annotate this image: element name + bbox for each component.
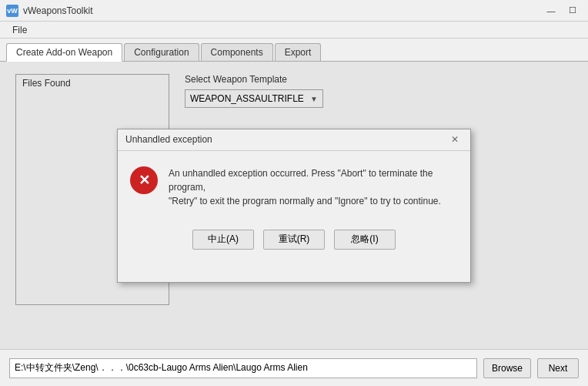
error-icon: ✕ <box>130 166 158 194</box>
tab-export[interactable]: Export <box>275 43 322 61</box>
dialog-message-line1: An unhandled exception occurred. Press "… <box>169 166 458 194</box>
next-button[interactable]: Next <box>537 358 579 378</box>
bottom-bar: Browse Next <box>0 349 588 386</box>
error-x-symbol: ✕ <box>139 173 150 187</box>
dialog-buttons: 中止(A) 重试(R) 忽略(I) <box>118 220 470 262</box>
browse-button[interactable]: Browse <box>483 358 531 378</box>
window-controls: — ☐ <box>542 3 582 18</box>
dialog-body: ✕ An unhandled exception occurred. Press… <box>118 151 470 220</box>
title-bar: vW vWeaponsToolkit — ☐ <box>0 0 588 22</box>
tab-configuration[interactable]: Configuration <box>124 43 199 61</box>
ignore-button[interactable]: 忽略(I) <box>334 230 396 250</box>
menu-file[interactable]: File <box>6 23 33 37</box>
menu-bar: File <box>0 22 588 39</box>
dialog-title-bar: Unhandled exception ✕ <box>118 129 470 151</box>
path-input[interactable] <box>9 358 477 378</box>
window-title: vWeaponsToolkit <box>23 5 93 16</box>
tab-bar: Create Add-on Weapon Configuration Compo… <box>0 39 588 62</box>
dialog-message-line2: "Retry" to exit the program normally and… <box>169 194 458 208</box>
dialog-message: An unhandled exception occurred. Press "… <box>169 166 458 208</box>
retry-button[interactable]: 重试(R) <box>263 230 325 250</box>
minimize-button[interactable]: — <box>542 3 560 18</box>
tab-components[interactable]: Components <box>201 43 273 61</box>
main-content: Files Found Select Weapon Template WEAPO… <box>0 62 588 349</box>
app-icon: vW <box>6 5 18 17</box>
title-bar-left: vW vWeaponsToolkit <box>6 5 93 17</box>
tab-create-addon-weapon[interactable]: Create Add-on Weapon <box>6 43 122 62</box>
exception-dialog: Unhandled exception ✕ ✕ An unhandled exc… <box>117 129 471 283</box>
abort-button[interactable]: 中止(A) <box>192 230 254 250</box>
modal-overlay: Unhandled exception ✕ ✕ An unhandled exc… <box>0 62 588 349</box>
dialog-close-button[interactable]: ✕ <box>447 133 463 146</box>
maximize-button[interactable]: ☐ <box>563 3 582 18</box>
dialog-title-text: Unhandled exception <box>125 134 212 145</box>
